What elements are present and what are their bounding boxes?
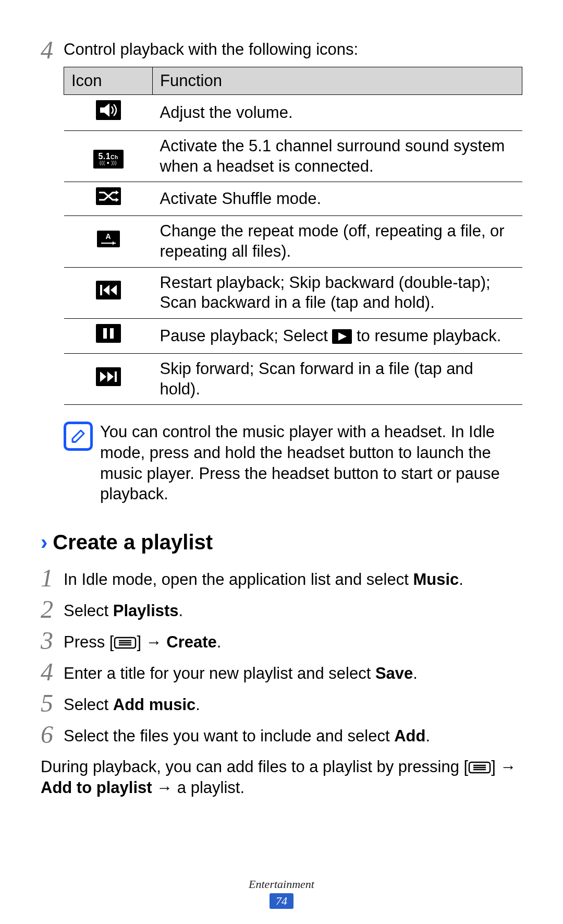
shuffle-icon bbox=[96, 187, 121, 205]
svg-marker-8 bbox=[338, 332, 347, 341]
section-title: Create a playlist bbox=[53, 531, 213, 554]
skip-back-icon bbox=[96, 281, 121, 299]
page-footer: Entertainment 74 bbox=[0, 878, 563, 909]
step-number: 4 bbox=[41, 37, 64, 63]
menu-icon bbox=[114, 636, 137, 650]
svg-marker-0 bbox=[100, 103, 109, 117]
volume-icon bbox=[96, 100, 121, 120]
svg-marker-5 bbox=[111, 285, 117, 295]
repeat-icon: A bbox=[97, 231, 120, 247]
func-text: Skip forward; Scan forward in a file (ta… bbox=[153, 353, 522, 405]
intro-step: 4 Control playback with the following ic… bbox=[41, 37, 522, 63]
after-steps-text: During playback, you can add files to a … bbox=[41, 757, 522, 799]
step-item: 4 Enter a title for your new playlist an… bbox=[41, 658, 522, 685]
table-row: Adjust the volume. bbox=[64, 95, 522, 131]
svg-marker-9 bbox=[100, 371, 106, 382]
footer-category: Entertainment bbox=[0, 878, 563, 891]
func-text: Restart playback; Skip backward (double-… bbox=[153, 267, 522, 319]
table-row: Restart playback; Skip backward (double-… bbox=[64, 267, 522, 319]
step-item: 5 Select Add music. bbox=[41, 690, 522, 716]
func-text: Pause playback; Select to resume playbac… bbox=[153, 319, 522, 354]
svg-marker-1 bbox=[116, 190, 119, 195]
skip-forward-icon bbox=[96, 367, 121, 386]
note-callout: You can control the music player with a … bbox=[64, 422, 522, 505]
svg-marker-4 bbox=[103, 285, 109, 295]
pause-icon bbox=[96, 324, 121, 343]
func-text: Activate Shuffle mode. bbox=[153, 182, 522, 216]
svg-marker-10 bbox=[107, 371, 114, 382]
step-item: 1 In Idle mode, open the application lis… bbox=[41, 565, 522, 591]
svg-rect-6 bbox=[103, 328, 107, 339]
col-header-icon: Icon bbox=[64, 67, 153, 95]
step-item: 3 Press [] → Create. bbox=[41, 627, 522, 653]
chevron-right-icon: › bbox=[41, 531, 47, 554]
func-text: Change the repeat mode (off, repeating a… bbox=[153, 216, 522, 268]
icon-function-table: Icon Function Adjust the volume. 5.1Ch (… bbox=[64, 67, 522, 405]
table-row: Pause playback; Select to resume playbac… bbox=[64, 319, 522, 354]
step-item: 6 Select the files you want to include a… bbox=[41, 721, 522, 747]
func-text: Adjust the volume. bbox=[153, 95, 522, 131]
section-heading: › Create a playlist bbox=[41, 531, 522, 554]
table-row: Activate Shuffle mode. bbox=[64, 182, 522, 216]
intro-text: Control playback with the following icon… bbox=[64, 37, 358, 60]
svg-marker-2 bbox=[116, 198, 119, 202]
svg-rect-7 bbox=[110, 328, 114, 339]
steps-list: 1 In Idle mode, open the application lis… bbox=[41, 565, 522, 747]
note-text: You can control the music player with a … bbox=[100, 422, 522, 505]
table-row: A Change the repeat mode (off, repeating… bbox=[64, 216, 522, 268]
table-row: 5.1Ch ((( ● ))) Activate the 5.1 channel… bbox=[64, 130, 522, 182]
col-header-function: Function bbox=[153, 67, 522, 95]
svg-rect-3 bbox=[100, 285, 102, 295]
play-icon bbox=[332, 329, 352, 344]
footer-page-number: 74 bbox=[270, 893, 293, 909]
svg-rect-11 bbox=[115, 371, 117, 382]
page-content: 4 Control playback with the following ic… bbox=[0, 0, 563, 820]
step-item: 2 Select Playlists. bbox=[41, 596, 522, 622]
func-text: Activate the 5.1 channel surround sound … bbox=[153, 130, 522, 182]
menu-icon bbox=[468, 761, 491, 774]
table-row: Skip forward; Scan forward in a file (ta… bbox=[64, 353, 522, 405]
note-icon bbox=[64, 422, 93, 451]
surround-51-icon: 5.1Ch ((( ● ))) bbox=[93, 150, 124, 169]
